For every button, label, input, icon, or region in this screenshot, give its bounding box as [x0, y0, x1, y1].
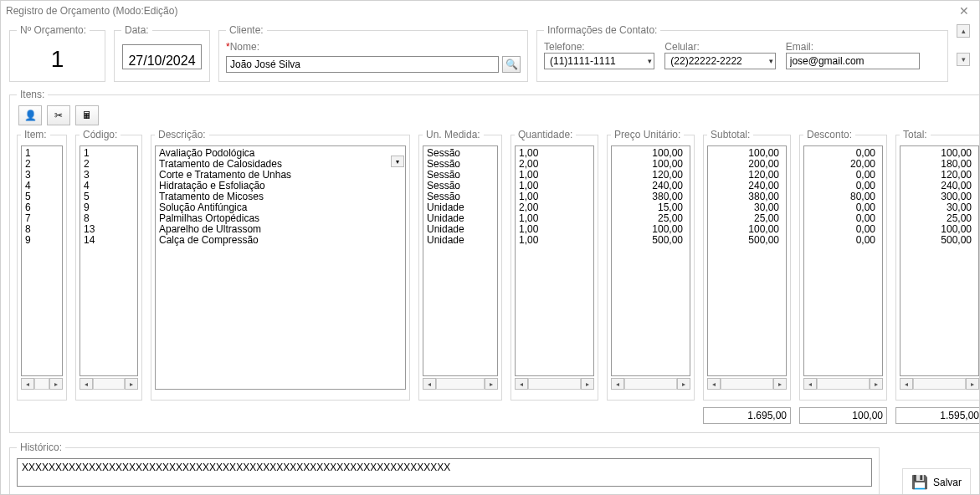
scroll-left-button[interactable]: ◂	[803, 378, 817, 390]
cliente-search-button[interactable]: 🔍	[502, 56, 521, 73]
scroll-track[interactable]	[34, 378, 49, 390]
scroll-right-button[interactable]: ▸	[870, 378, 883, 390]
search-icon: 🔍	[505, 59, 518, 70]
table-row[interactable]: 2	[84, 159, 134, 170]
desc-collapse-button[interactable]: ▾	[391, 156, 404, 167]
historico-group: Histórico: XXXXXXXXXXXXXXXXXXXXXXXXXXXXX…	[9, 441, 880, 495]
col-sub: Subtotal: 100,00200,00120,00240,00380,00…	[703, 129, 791, 401]
scroll-track[interactable]	[528, 378, 581, 390]
col-un-header: Un. Medida:	[423, 129, 484, 140]
scroll-right-button[interactable]: ▸	[125, 378, 138, 390]
contato-group: Informações de Contato: Telefone: (11)11…	[536, 24, 948, 82]
scroll-left-button[interactable]: ◂	[611, 378, 624, 390]
tools-icon: ✂	[54, 110, 63, 121]
save-button[interactable]: Salvar	[933, 477, 962, 488]
desconto-total: 100,00	[799, 407, 887, 424]
col-desconto: Desconto: 0,0020,000,000,0080,000,000,00…	[799, 129, 887, 401]
scroll-left-button[interactable]: ◂	[515, 378, 528, 390]
email-input[interactable]	[786, 53, 920, 69]
col-desconto-header: Desconto:	[803, 129, 855, 140]
num-orcamento-group: Nº Orçamento: 1	[9, 24, 105, 82]
edit-item-button[interactable]: ✂	[47, 105, 70, 125]
scroll-right-button[interactable]: ▸	[485, 378, 498, 390]
scroll-right-button[interactable]: ▸	[677, 378, 690, 390]
celular-combo[interactable]: (22)22222-2222 ▾	[664, 53, 775, 69]
scroll-left-button[interactable]: ◂	[707, 378, 721, 390]
list-item[interactable]: 123456789	[21, 145, 63, 376]
scroll-track[interactable]	[817, 378, 870, 390]
scroll-left-button[interactable]: ◂	[21, 378, 34, 390]
col-total: Total: 100,00180,00120,00240,00300,0030,…	[895, 129, 980, 401]
table-row[interactable]: 0,00	[808, 235, 879, 246]
list-codigo[interactable]: 12345981314	[80, 145, 138, 376]
add-item-button[interactable]: 👤	[18, 105, 42, 125]
table-row[interactable]: 500,00	[711, 235, 782, 246]
list-sub[interactable]: 100,00200,00120,00240,00380,0030,0025,00…	[707, 145, 787, 376]
nome-label: Nome:	[230, 41, 259, 53]
col-un: Un. Medida: SessãoSessãoSessãoSessãoSess…	[418, 129, 502, 401]
scroll-up-button[interactable]: ▴	[957, 24, 970, 38]
titlebar: Registro de Orçamento (Modo:Edição) ✕	[1, 1, 979, 21]
celular-label: Celular:	[664, 41, 775, 53]
table-row[interactable]: 5	[84, 191, 134, 202]
scroll-track[interactable]	[721, 378, 773, 390]
table-row[interactable]: 1	[84, 148, 134, 159]
table-row[interactable]: 9	[25, 235, 59, 246]
top-scrollbar: ▴ ▾	[957, 24, 970, 82]
scroll-left-button[interactable]: ◂	[900, 378, 913, 390]
scroll-track[interactable]	[913, 378, 966, 390]
list-descricao[interactable]: Avaliação PodológicaTratamento de Calosi…	[155, 145, 406, 390]
list-total[interactable]: 100,00180,00120,00240,00300,0030,0025,00…	[900, 145, 979, 376]
col-sub-header: Subtotal:	[707, 129, 753, 140]
celular-value: (22)22222-2222	[670, 55, 741, 67]
historico-input[interactable]: XXXXXXXXXXXXXXXXXXXXXXXXXXXXXXXXXXXXXXXX…	[17, 458, 872, 487]
table-row[interactable]: 9	[84, 202, 134, 213]
num-orcamento-label: Nº Orçamento:	[17, 24, 90, 36]
list-qtd[interactable]: 1,002,001,001,001,002,001,001,001,00	[515, 145, 594, 376]
list-desconto[interactable]: 0,0020,000,000,0080,000,000,000,000,00	[803, 145, 883, 376]
scroll-right-button[interactable]: ▸	[49, 378, 63, 390]
calculator-icon: 🖩	[82, 110, 92, 121]
cliente-group: Cliente: *Nome: 🔍	[218, 24, 528, 82]
scroll-right-button[interactable]: ▸	[773, 378, 787, 390]
cliente-legend: Cliente:	[226, 24, 267, 36]
num-orcamento-value: 1	[17, 41, 98, 73]
list-un[interactable]: SessãoSessãoSessãoSessãoSessãoUnidadeUni…	[423, 145, 498, 376]
telefone-label: Telefone:	[544, 41, 654, 53]
scroll-down-button[interactable]: ▾	[957, 53, 970, 66]
scroll-right-button[interactable]: ▸	[581, 378, 594, 390]
data-group: Data: 27/10/2024	[114, 24, 210, 82]
add-user-icon: 👤	[24, 110, 37, 121]
scroll-left-button[interactable]: ◂	[80, 378, 93, 390]
scroll-right-button[interactable]: ▸	[966, 378, 979, 390]
table-row[interactable]: Calça de Compressão	[159, 235, 402, 246]
col-descricao: Descrição: ▾ Avaliação PodológicaTratame…	[151, 129, 410, 401]
itens-legend: Itens:	[17, 89, 48, 100]
table-row[interactable]: Unidade	[427, 235, 494, 246]
scroll-track[interactable]	[624, 378, 677, 390]
telefone-combo[interactable]: (11)1111-1111 ▾	[544, 53, 654, 69]
cliente-nome-input[interactable]	[226, 56, 499, 73]
email-label: Email:	[786, 41, 941, 53]
table-row[interactable]: 4	[84, 181, 134, 191]
scroll-track[interactable]	[436, 378, 485, 390]
telefone-value: (11)1111-1111	[550, 55, 616, 67]
save-panel: 💾 Salvar	[902, 468, 971, 495]
col-item-header: Item:	[21, 129, 50, 140]
close-icon[interactable]: ✕	[954, 3, 974, 19]
list-pu[interactable]: 100,00100,00120,00240,00380,0015,0025,00…	[611, 145, 690, 376]
col-qtd-header: Quantidade:	[515, 129, 576, 140]
table-row[interactable]: 500,00	[615, 235, 686, 246]
scroll-left-button[interactable]: ◂	[423, 378, 436, 390]
table-row[interactable]: 14	[84, 235, 134, 246]
itens-group: Itens: 👤 ✂ 🖩 Item: 123456789 ◂▸ Código: …	[9, 89, 980, 433]
col-descricao-header: Descrição:	[155, 129, 209, 140]
table-row[interactable]: 1,00	[519, 235, 590, 246]
table-row[interactable]: 500,00	[904, 235, 975, 246]
subtotal-total: 1.695,00	[703, 407, 791, 424]
table-row[interactable]: 3	[84, 170, 134, 181]
historico-label: Histórico:	[17, 441, 65, 453]
scroll-track[interactable]	[93, 378, 125, 390]
col-codigo-header: Código:	[80, 129, 121, 140]
calc-button[interactable]: 🖩	[75, 105, 99, 125]
